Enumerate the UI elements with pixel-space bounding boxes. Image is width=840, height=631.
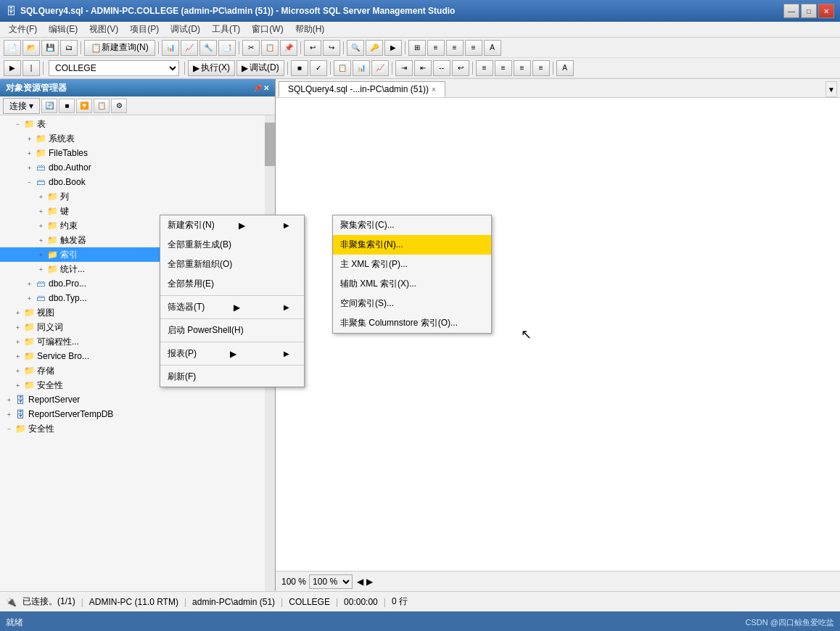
database-selector[interactable]: COLLEGE	[49, 60, 179, 76]
panel-tool-stop[interactable]: ■	[59, 99, 75, 113]
toolbar2-align[interactable]: ≡	[514, 60, 531, 76]
new-query-button[interactable]: 📋 新建查询(N)	[84, 40, 155, 56]
execute-button[interactable]: ▶ 执行(X)	[188, 60, 235, 76]
panel-tool-refresh[interactable]: 🔄	[41, 99, 57, 113]
submenu-xml-secondary[interactable]: 辅助 XML 索引(X)...	[333, 274, 491, 294]
toolbar2-plan[interactable]: 📊	[353, 60, 370, 76]
toolbar2-stats[interactable]: 📈	[371, 60, 389, 76]
ctx-new-index[interactable]: 新建索引(N) ▶	[160, 215, 304, 235]
panel-pin-button[interactable]: 📌	[253, 84, 262, 92]
menu-window[interactable]: 窗口(W)	[246, 22, 289, 37]
submenu-spatial[interactable]: 空间索引(S)...	[333, 294, 491, 313]
toolbar-btn-g[interactable]: ≡	[465, 40, 482, 56]
close-button[interactable]: ✕	[818, 4, 834, 18]
toolbar-new-file[interactable]: 📄	[4, 40, 21, 56]
tab-overflow-button[interactable]: ▼	[825, 81, 837, 97]
tree-item-global-security[interactable]: － 📁 安全性	[0, 421, 275, 436]
menu-debug[interactable]: 调试(D)	[165, 22, 206, 37]
toolbar-btn-d[interactable]: ⊞	[408, 40, 426, 56]
toolbar-btn-3[interactable]: 📊	[162, 40, 179, 56]
submenu-nonclustered[interactable]: 非聚集索引(N)...	[333, 235, 491, 255]
toolbar-cut[interactable]: ✂	[242, 40, 260, 56]
folder-icon-indexes: 📁	[46, 249, 58, 260]
tree-item-system-tables[interactable]: ＋ 📁 系统表	[0, 131, 275, 146]
toolbar-btn-h[interactable]: A	[484, 40, 501, 56]
toolbar2-parse[interactable]: ✓	[310, 60, 327, 76]
toolbar-undo[interactable]: ↩	[304, 40, 321, 56]
toolbar2-btn-2[interactable]: |	[22, 60, 40, 76]
toolbar-save-all[interactable]: 🗂	[60, 40, 78, 56]
toolbar-btn-f[interactable]: ≡	[446, 40, 464, 56]
panel-tool-properties[interactable]: ⚙	[111, 99, 127, 113]
toolbar-btn-b[interactable]: 🔑	[366, 40, 383, 56]
tree-item-reportserver[interactable]: ＋ 🗄 ReportServer	[0, 392, 275, 407]
toolbar-open[interactable]: 📂	[22, 40, 40, 56]
tree-item-book[interactable]: － 🗃 dbo.Book	[0, 175, 275, 189]
zoom-label: 100 %	[281, 577, 306, 587]
menu-tools[interactable]: 工具(T)	[206, 22, 246, 37]
toolbar-btn-6[interactable]: 📑	[218, 40, 236, 56]
toolbar-btn-e[interactable]: ≡	[427, 40, 445, 56]
toolbar2-outdent[interactable]: ⇤	[414, 60, 432, 76]
query-tab[interactable]: SQLQuery4.sql -...in-PC\admin (51)) ×	[279, 81, 445, 97]
toolbar-copy[interactable]: 📋	[261, 40, 279, 56]
separator-1	[81, 41, 81, 54]
server-name-text: ADMIN-PC (11.0 RTM)	[89, 597, 178, 607]
ctx-powershell[interactable]: 启动 PowerShell(H)	[160, 321, 304, 340]
submenu-clustered[interactable]: 聚集索引(C)...	[333, 215, 491, 235]
tree-item-tables[interactable]: － 📁 表	[0, 117, 275, 131]
toolbar2-format[interactable]: ≡	[495, 60, 512, 76]
query-editor-area[interactable]	[276, 98, 840, 571]
panel-tool-summary[interactable]: 📋	[94, 99, 110, 113]
toolbar-btn-4[interactable]: 📈	[181, 40, 198, 56]
connect-button[interactable]: 连接 ▾	[3, 98, 40, 114]
expand-rs: ＋	[3, 394, 15, 405]
tree-item-author[interactable]: ＋ 🗃 dbo.Author	[0, 160, 275, 175]
toolbar-paste[interactable]: 📌	[280, 40, 297, 56]
toolbar-redo[interactable]: ↪	[323, 40, 340, 56]
toolbar2-align-right[interactable]: ≡	[532, 60, 550, 76]
panel-tool-filter[interactable]: 🔽	[76, 99, 92, 113]
tree-label-security: 安全性	[37, 379, 63, 392]
query-tab-close[interactable]: ×	[432, 86, 436, 94]
scroll-right-btn[interactable]: ▶	[366, 577, 373, 587]
zoom-select[interactable]: 100 %	[309, 574, 353, 589]
toolbar2-uncomment[interactable]: ↩	[452, 60, 469, 76]
ctx-filter[interactable]: 筛选器(T) ▶	[160, 297, 304, 317]
toolbar-btn-c[interactable]: ▶	[384, 40, 402, 56]
menu-edit[interactable]: 编辑(E)	[43, 22, 83, 37]
scroll-left-btn[interactable]: ◀	[357, 577, 363, 587]
tree-item-filetables[interactable]: ＋ 📁 FileTables	[0, 146, 275, 160]
ctx-disable-all[interactable]: 全部禁用(E)	[160, 274, 304, 294]
toolbar2-btn-1[interactable]: ▶	[4, 60, 21, 76]
tree-item-reportservertempdb[interactable]: ＋ 🗄 ReportServerTempDB	[0, 407, 275, 421]
toolbar-btn-a[interactable]: 🔍	[347, 40, 364, 56]
toolbar2-word-wrap[interactable]: ≡	[476, 60, 493, 76]
menu-project[interactable]: 项目(P)	[124, 22, 165, 37]
maximize-button[interactable]: □	[801, 4, 817, 18]
tree-scroll-thumb[interactable]	[265, 123, 275, 166]
toolbar2-indent[interactable]: ⇥	[395, 60, 413, 76]
toolbar2-comment[interactable]: --	[433, 60, 450, 76]
toolbar2-stop[interactable]: ■	[291, 60, 308, 76]
ctx-reorganize-all[interactable]: 全部重新组织(O)	[160, 255, 304, 274]
menu-view[interactable]: 视图(V)	[83, 22, 124, 37]
tree-item-columns[interactable]: ＋ 📁 列	[0, 189, 275, 204]
tree-label-programmability: 可编程性...	[37, 336, 79, 348]
ctx-reports[interactable]: 报表(P) ▶	[160, 344, 304, 363]
ctx-rebuild-all[interactable]: 全部重新生成(B)	[160, 235, 304, 255]
submenu-xml-primary[interactable]: 主 XML 索引(P)...	[333, 255, 491, 274]
toolbar-save[interactable]: 💾	[41, 40, 59, 56]
submenu-columnstore[interactable]: 非聚集 Columnstore 索引(O)...	[333, 313, 491, 333]
toolbar2-font-size[interactable]: A	[556, 60, 574, 76]
ctx-sep-1	[160, 295, 304, 296]
menu-help[interactable]: 帮助(H)	[289, 22, 331, 37]
toolbar-btn-5[interactable]: 🔧	[199, 40, 217, 56]
debug-button[interactable]: ▶ 调试(D)	[236, 60, 284, 76]
bottom-status-bar: 就绪 CSDN @四口鲸鱼爱吃盐	[0, 611, 840, 631]
panel-close-button[interactable]: ✕	[263, 84, 269, 92]
toolbar2-results[interactable]: 📋	[334, 60, 351, 76]
menu-file[interactable]: 文件(F)	[3, 22, 43, 37]
minimize-button[interactable]: —	[783, 4, 799, 18]
ctx-refresh[interactable]: 刷新(F)	[160, 367, 304, 387]
